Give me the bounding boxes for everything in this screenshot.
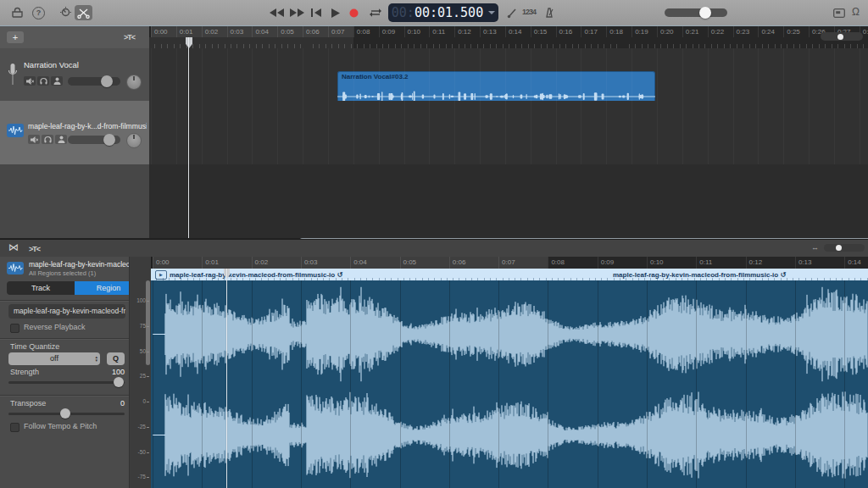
scale-label: 25 xyxy=(140,373,146,379)
editor-tabs: Track Region xyxy=(7,281,142,295)
editor-inspector: maple-leaf-rag-by-kevin-macleod-from… Al… xyxy=(0,257,129,488)
cycle-button[interactable] xyxy=(370,8,381,18)
lane-maple-leaf[interactable]: maple-leaf-rag-by-kevin-macleod-from-fil… xyxy=(149,101,868,165)
editor-zoom-knob[interactable] xyxy=(836,245,842,251)
record-button[interactable] xyxy=(349,8,359,18)
track-header-maple-leaf[interactable]: maple-leaf-rag-by-k...d-from-filmmusic-i… xyxy=(0,101,150,165)
metronome-icon[interactable] xyxy=(543,7,555,19)
play-button[interactable] xyxy=(331,8,340,18)
follow-tempo-checkbox[interactable] xyxy=(10,423,19,432)
gridline xyxy=(176,101,177,164)
gridline xyxy=(252,280,253,488)
lcd-chevron-icon[interactable] xyxy=(488,11,495,14)
catch-playhead-icon[interactable]: ⋈ xyxy=(8,241,19,253)
pan-knob[interactable] xyxy=(126,75,142,90)
amplitude-scale-gutter: 1007550250-25-50-75-100 xyxy=(129,257,152,488)
track-name[interactable]: maple-leaf-rag-by-k...d-from-filmmusic-i… xyxy=(28,122,147,130)
track-volume-slider[interactable] xyxy=(68,77,120,86)
editor-toggle-button[interactable] xyxy=(75,5,92,20)
divider xyxy=(0,338,129,339)
go-to-beginning-button[interactable] xyxy=(311,8,321,17)
main-zoom-slider[interactable] xyxy=(821,32,863,41)
ruler-cell: 0:12 xyxy=(746,257,796,269)
gridline xyxy=(151,48,152,101)
track-header-narration[interactable]: Narration Vocal xyxy=(0,48,150,102)
editor-waveform xyxy=(151,280,868,488)
mute-button[interactable] xyxy=(24,76,36,86)
solo-button[interactable] xyxy=(42,135,53,144)
add-track-button[interactable]: + xyxy=(7,31,24,43)
gridline xyxy=(581,101,581,164)
gridline xyxy=(454,48,455,101)
master-volume-slider[interactable] xyxy=(665,8,727,17)
track-volume-slider[interactable] xyxy=(68,136,120,144)
quantize-q-button[interactable]: Q xyxy=(107,352,125,365)
solo-button[interactable] xyxy=(37,76,49,86)
input-monitoring-button[interactable] xyxy=(51,76,63,86)
library-icon[interactable] xyxy=(11,7,24,18)
editor-region-titlebar[interactable]: ▶ maple-leaf-rag-by-kevin-macleod-from-f… xyxy=(151,269,868,280)
input-monitoring-button[interactable] xyxy=(55,135,67,144)
time-quantize-select[interactable]: off ▴▾ xyxy=(8,352,100,365)
gridline xyxy=(657,48,658,101)
gridline xyxy=(708,48,709,101)
ruler-subticks xyxy=(149,37,868,48)
loop-browser-icon[interactable]: Ω xyxy=(852,6,860,18)
pan-knob[interactable] xyxy=(126,133,142,148)
h-zoom-icon: ↔ xyxy=(811,243,819,252)
strength-slider[interactable] xyxy=(8,381,125,384)
ruler-cell: 0:14 xyxy=(844,257,868,269)
gridline xyxy=(505,101,506,164)
lcd-hours-dim: 00: xyxy=(392,5,415,20)
track-name[interactable]: Narration Vocal xyxy=(24,60,134,69)
quick-help-icon[interactable]: ? xyxy=(32,7,45,19)
track-volume-knob[interactable] xyxy=(103,134,115,146)
editor-auto-zoom-icon[interactable]: >T< xyxy=(29,245,40,253)
gridline xyxy=(505,48,506,101)
gridline xyxy=(429,48,430,101)
tuner-icon[interactable] xyxy=(507,8,517,19)
transpose-slider[interactable] xyxy=(8,413,125,415)
gridline xyxy=(708,101,709,164)
ruler-cell: 0:22 xyxy=(708,26,734,37)
smart-controls-icon[interactable] xyxy=(59,6,72,19)
scale-tick xyxy=(147,352,149,352)
editor-waveform-area[interactable] xyxy=(151,280,868,488)
gridline xyxy=(834,48,835,101)
ruler-cell: 0:06 xyxy=(303,26,329,37)
media-browser-icon[interactable] xyxy=(833,8,845,18)
strength-knob[interactable] xyxy=(114,377,124,387)
tab-track[interactable]: Track xyxy=(7,281,75,295)
reverse-playback-checkbox[interactable] xyxy=(10,324,19,333)
editor-timeline-ruler[interactable]: 0:000:010:020:030:040:050:060:070:080:09… xyxy=(151,257,868,269)
scale-tick xyxy=(147,477,149,478)
scale-tick xyxy=(147,427,149,428)
mute-button[interactable] xyxy=(28,135,40,144)
lcd-display[interactable]: 00:00:01.500 xyxy=(388,3,498,22)
ruler-cell: 0:01 xyxy=(176,26,203,37)
gridline xyxy=(834,101,835,164)
transpose-knob[interactable] xyxy=(60,408,70,419)
ruler-cell: 0:04 xyxy=(252,26,278,37)
scale-tick xyxy=(147,326,149,327)
gridline xyxy=(682,48,683,101)
rewind-button[interactable] xyxy=(270,8,284,17)
gridline xyxy=(176,48,177,101)
region-name-field[interactable]: maple-leaf-rag-by-kevin-macleod-fro… xyxy=(8,304,125,319)
editor-zoom-slider[interactable] xyxy=(824,244,865,252)
track-volume-knob[interactable] xyxy=(101,75,113,87)
count-in-button[interactable]: 1234 xyxy=(522,8,536,16)
master-volume-knob[interactable] xyxy=(699,7,711,19)
main-timeline-ruler[interactable]: 0:000:010:020:030:040:050:060:070:080:09… xyxy=(149,26,868,48)
editor-vertical-scrollbar[interactable] xyxy=(146,280,150,365)
gridline xyxy=(252,101,253,164)
ruler-cell: 0:24 xyxy=(758,26,784,37)
forward-button[interactable] xyxy=(290,8,304,17)
gridline xyxy=(303,101,303,164)
track-auto-zoom-icon[interactable]: >T< xyxy=(124,33,135,42)
gridline xyxy=(404,101,405,164)
lane-narration[interactable]: Narration Vocal#03.2 xyxy=(149,48,868,102)
main-zoom-knob[interactable] xyxy=(837,34,843,40)
time-quantize-value: off xyxy=(50,354,58,363)
gridline xyxy=(202,280,203,488)
